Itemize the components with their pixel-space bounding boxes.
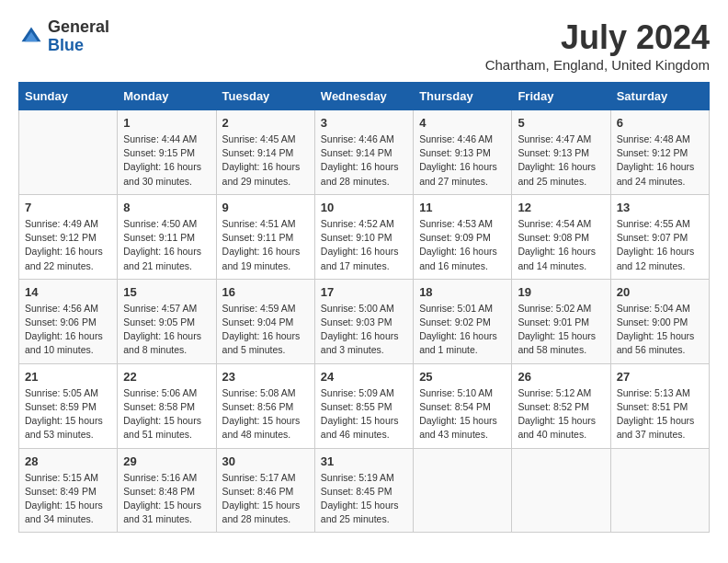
calendar-cell: 16Sunrise: 4:59 AM Sunset: 9:04 PM Dayli… <box>216 279 314 363</box>
day-info: Sunrise: 5:00 AM Sunset: 9:03 PM Dayligh… <box>321 302 407 358</box>
day-info: Sunrise: 4:48 AM Sunset: 9:12 PM Dayligh… <box>617 132 703 189</box>
day-number: 1 <box>123 116 210 130</box>
logo: General Blue <box>18 18 109 55</box>
day-number: 4 <box>419 116 506 130</box>
calendar-week-row: 21Sunrise: 5:05 AM Sunset: 8:59 PM Dayli… <box>19 363 710 448</box>
day-info: Sunrise: 5:05 AM Sunset: 8:59 PM Dayligh… <box>25 386 111 442</box>
calendar-cell <box>610 448 709 533</box>
day-number: 23 <box>222 370 309 384</box>
day-info: Sunrise: 4:52 AM Sunset: 9:10 PM Dayligh… <box>321 217 407 273</box>
calendar-week-row: 14Sunrise: 4:56 AM Sunset: 9:06 PM Dayli… <box>19 279 710 363</box>
calendar-cell: 4Sunrise: 4:46 AM Sunset: 9:13 PM Daylig… <box>414 110 512 195</box>
day-info: Sunrise: 4:59 AM Sunset: 9:04 PM Dayligh… <box>222 302 309 358</box>
day-number: 30 <box>222 454 309 468</box>
day-number: 19 <box>518 285 604 299</box>
day-number: 6 <box>617 116 703 130</box>
day-info: Sunrise: 4:44 AM Sunset: 9:15 PM Dayligh… <box>123 132 210 189</box>
day-number: 24 <box>321 370 407 384</box>
calendar-table: SundayMondayTuesdayWednesdayThursdayFrid… <box>18 82 710 533</box>
weekday-header-sunday: Sunday <box>19 83 118 110</box>
day-info: Sunrise: 4:53 AM Sunset: 9:09 PM Dayligh… <box>419 217 506 273</box>
day-number: 22 <box>123 370 210 384</box>
day-info: Sunrise: 4:46 AM Sunset: 9:13 PM Dayligh… <box>419 132 506 189</box>
calendar-cell: 29Sunrise: 5:16 AM Sunset: 8:48 PM Dayli… <box>118 448 216 533</box>
day-number: 16 <box>222 285 309 299</box>
day-info: Sunrise: 5:19 AM Sunset: 8:45 PM Dayligh… <box>321 471 407 527</box>
calendar-cell: 21Sunrise: 5:05 AM Sunset: 8:59 PM Dayli… <box>19 363 118 448</box>
calendar-cell: 8Sunrise: 4:50 AM Sunset: 9:11 PM Daylig… <box>118 194 216 279</box>
day-number: 25 <box>419 370 506 384</box>
calendar-cell: 17Sunrise: 5:00 AM Sunset: 9:03 PM Dayli… <box>314 279 413 363</box>
calendar-cell: 19Sunrise: 5:02 AM Sunset: 9:01 PM Dayli… <box>512 279 610 363</box>
day-number: 3 <box>321 116 407 130</box>
calendar-week-row: 28Sunrise: 5:15 AM Sunset: 8:49 PM Dayli… <box>19 448 710 533</box>
day-info: Sunrise: 5:06 AM Sunset: 8:58 PM Dayligh… <box>123 386 210 442</box>
day-number: 15 <box>123 285 210 299</box>
day-number: 7 <box>25 201 111 214</box>
calendar-cell: 9Sunrise: 4:51 AM Sunset: 9:11 PM Daylig… <box>216 194 314 279</box>
day-info: Sunrise: 4:46 AM Sunset: 9:14 PM Dayligh… <box>321 132 407 189</box>
day-info: Sunrise: 4:54 AM Sunset: 9:08 PM Dayligh… <box>518 217 604 273</box>
calendar-cell: 6Sunrise: 4:48 AM Sunset: 9:12 PM Daylig… <box>610 110 709 195</box>
day-info: Sunrise: 4:47 AM Sunset: 9:13 PM Dayligh… <box>518 132 604 189</box>
calendar-cell: 18Sunrise: 5:01 AM Sunset: 9:02 PM Dayli… <box>414 279 512 363</box>
day-number: 14 <box>25 285 111 299</box>
day-number: 28 <box>25 454 111 468</box>
logo-icon <box>18 24 44 50</box>
calendar-cell: 13Sunrise: 4:55 AM Sunset: 9:07 PM Dayli… <box>610 194 709 279</box>
day-info: Sunrise: 5:10 AM Sunset: 8:54 PM Dayligh… <box>419 386 506 442</box>
day-number: 13 <box>617 201 703 214</box>
day-info: Sunrise: 4:50 AM Sunset: 9:11 PM Dayligh… <box>123 217 210 273</box>
day-number: 12 <box>518 201 604 214</box>
calendar-cell: 5Sunrise: 4:47 AM Sunset: 9:13 PM Daylig… <box>512 110 610 195</box>
day-info: Sunrise: 5:13 AM Sunset: 8:51 PM Dayligh… <box>617 386 703 442</box>
calendar-cell <box>19 110 118 195</box>
calendar-cell: 7Sunrise: 4:49 AM Sunset: 9:12 PM Daylig… <box>19 194 118 279</box>
location-subtitle: Chartham, England, United Kingdom <box>485 57 710 73</box>
day-info: Sunrise: 4:56 AM Sunset: 9:06 PM Dayligh… <box>25 302 111 358</box>
calendar-cell: 27Sunrise: 5:13 AM Sunset: 8:51 PM Dayli… <box>610 363 709 448</box>
calendar-cell: 12Sunrise: 4:54 AM Sunset: 9:08 PM Dayli… <box>512 194 610 279</box>
day-info: Sunrise: 4:45 AM Sunset: 9:14 PM Dayligh… <box>222 132 309 189</box>
weekday-header-saturday: Saturday <box>610 83 709 110</box>
day-number: 21 <box>25 370 111 384</box>
logo-text: General Blue <box>48 18 109 55</box>
day-info: Sunrise: 5:08 AM Sunset: 8:56 PM Dayligh… <box>222 386 309 442</box>
day-number: 29 <box>123 454 210 468</box>
calendar-cell <box>512 448 610 533</box>
day-info: Sunrise: 5:02 AM Sunset: 9:01 PM Dayligh… <box>518 302 604 358</box>
calendar-cell: 15Sunrise: 4:57 AM Sunset: 9:05 PM Dayli… <box>118 279 216 363</box>
calendar-cell: 22Sunrise: 5:06 AM Sunset: 8:58 PM Dayli… <box>118 363 216 448</box>
day-info: Sunrise: 5:15 AM Sunset: 8:49 PM Dayligh… <box>25 471 111 527</box>
day-number: 11 <box>419 201 506 214</box>
day-info: Sunrise: 4:49 AM Sunset: 9:12 PM Dayligh… <box>25 217 111 273</box>
day-number: 31 <box>321 454 407 468</box>
day-info: Sunrise: 5:01 AM Sunset: 9:02 PM Dayligh… <box>419 302 506 358</box>
day-number: 17 <box>321 285 407 299</box>
calendar-cell: 25Sunrise: 5:10 AM Sunset: 8:54 PM Dayli… <box>414 363 512 448</box>
day-info: Sunrise: 4:55 AM Sunset: 9:07 PM Dayligh… <box>617 217 703 273</box>
weekday-header-wednesday: Wednesday <box>314 83 413 110</box>
day-info: Sunrise: 5:12 AM Sunset: 8:52 PM Dayligh… <box>518 386 604 442</box>
day-info: Sunrise: 4:51 AM Sunset: 9:11 PM Dayligh… <box>222 217 309 273</box>
day-number: 26 <box>518 370 604 384</box>
day-number: 2 <box>222 116 309 130</box>
day-number: 10 <box>321 201 407 214</box>
calendar-week-row: 7Sunrise: 4:49 AM Sunset: 9:12 PM Daylig… <box>19 194 710 279</box>
page-header: General Blue July 2024 Chartham, England… <box>18 18 710 73</box>
calendar-cell: 24Sunrise: 5:09 AM Sunset: 8:55 PM Dayli… <box>314 363 413 448</box>
weekday-header-friday: Friday <box>512 83 610 110</box>
weekday-header-tuesday: Tuesday <box>216 83 314 110</box>
calendar-cell: 30Sunrise: 5:17 AM Sunset: 8:46 PM Dayli… <box>216 448 314 533</box>
calendar-cell: 31Sunrise: 5:19 AM Sunset: 8:45 PM Dayli… <box>314 448 413 533</box>
calendar-cell: 23Sunrise: 5:08 AM Sunset: 8:56 PM Dayli… <box>216 363 314 448</box>
day-info: Sunrise: 5:04 AM Sunset: 9:00 PM Dayligh… <box>617 302 703 358</box>
calendar-header-row: SundayMondayTuesdayWednesdayThursdayFrid… <box>19 83 710 110</box>
calendar-cell: 2Sunrise: 4:45 AM Sunset: 9:14 PM Daylig… <box>216 110 314 195</box>
day-number: 5 <box>518 116 604 130</box>
day-info: Sunrise: 5:16 AM Sunset: 8:48 PM Dayligh… <box>123 471 210 527</box>
title-area: July 2024 Chartham, England, United King… <box>485 18 710 73</box>
calendar-cell: 14Sunrise: 4:56 AM Sunset: 9:06 PM Dayli… <box>19 279 118 363</box>
calendar-cell: 1Sunrise: 4:44 AM Sunset: 9:15 PM Daylig… <box>118 110 216 195</box>
calendar-cell <box>414 448 512 533</box>
